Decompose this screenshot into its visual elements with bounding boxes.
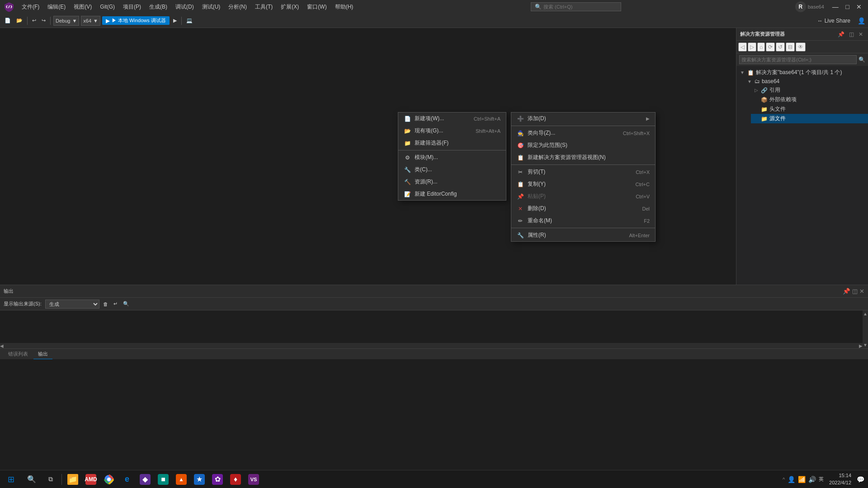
- refs-icon: 🔗: [761, 87, 768, 94]
- output-dock-button[interactable]: ◫: [852, 288, 858, 295]
- taskbar-app-8[interactable]: ▲: [172, 470, 190, 488]
- taskbar-app-9[interactable]: ★: [190, 470, 208, 488]
- tree-item-project[interactable]: ▼ 🗂 base64: [744, 77, 868, 85]
- menu-extend[interactable]: 扩展(X): [277, 1, 302, 13]
- taskbar-search-button[interactable]: 🔍: [22, 470, 42, 488]
- menu-view[interactable]: 视图(V): [70, 1, 95, 13]
- output-find-button[interactable]: 🔍: [121, 300, 131, 308]
- run-button[interactable]: ▶ ▶ 本地 Windows 调试器: [102, 16, 170, 25]
- ctx2-add[interactable]: ➕ 添加(D) ▶: [511, 113, 655, 125]
- menu-file[interactable]: 文件(F): [18, 1, 43, 13]
- tree-item-solution[interactable]: ▼ 📋 解决方案"base64"(1 个项目/共 1 个): [736, 68, 868, 77]
- menu-test[interactable]: 测试(U): [198, 1, 224, 13]
- ctx-new-filter-left: 📁 新建筛选器(F): [404, 139, 448, 147]
- horizontal-scrollbar[interactable]: ◀ ▶: [0, 343, 863, 348]
- ctx2-scope[interactable]: 🎯 限定为此范围(S): [511, 139, 655, 151]
- output-scrollbar[interactable]: ▲ ▼: [863, 310, 868, 348]
- ctx2-rename[interactable]: ✏ 重命名(M) F2: [511, 215, 655, 227]
- taskbar-app-10[interactable]: ✿: [208, 470, 226, 488]
- menu-git[interactable]: Git(G): [96, 2, 118, 12]
- ctx2-delete[interactable]: ✕ 删除(D) Del: [511, 202, 655, 215]
- main-search-input[interactable]: [543, 4, 617, 9]
- panel-dock-button[interactable]: ◫: [848, 31, 855, 38]
- minimize-button[interactable]: —: [830, 2, 841, 11]
- vs-icon: VS: [248, 474, 259, 485]
- tab-output[interactable]: 输出: [33, 349, 52, 359]
- tree-item-sources[interactable]: 📁 源文件: [751, 114, 868, 123]
- menu-project[interactable]: 项目(P): [119, 1, 145, 13]
- output-source-select[interactable]: 生成: [45, 300, 99, 309]
- taskbar-app-vs[interactable]: VS: [245, 470, 263, 488]
- tree-item-headers[interactable]: 📁 头文件: [751, 104, 868, 114]
- ctx-class[interactable]: 🔧 类(C)...: [398, 164, 506, 176]
- debug-config-dropdown[interactable]: Debug ▼: [53, 16, 79, 26]
- ctx2-new-view[interactable]: 📋 新建解决方案资源管理器视图(N): [511, 151, 655, 164]
- output-wrap-button[interactable]: ↵: [112, 300, 119, 308]
- menu-window[interactable]: 窗口(W): [303, 1, 330, 13]
- ctx2-copy[interactable]: 📋 复制(Y) Ctrl+C: [511, 178, 655, 190]
- sol-nav-back[interactable]: ◁: [738, 42, 747, 52]
- ctx-editorconfig[interactable]: 📝 新建 EditorConfig: [398, 188, 506, 200]
- taskbar-app-chrome[interactable]: [100, 470, 118, 488]
- scroll-right-arrow[interactable]: ▶: [859, 343, 863, 348]
- menu-edit[interactable]: 编辑(E): [44, 1, 69, 13]
- arch-dropdown[interactable]: x64 ▼: [81, 16, 100, 26]
- taskbar-app-explorer[interactable]: 📁: [64, 470, 82, 488]
- taskbar-app-edge[interactable]: e: [118, 470, 136, 488]
- output-close-button[interactable]: ✕: [859, 288, 864, 295]
- sol-collapse-button[interactable]: ⊟: [786, 42, 795, 52]
- ctx2-cut[interactable]: ✂ 剪切(T) Ctrl+X: [511, 166, 655, 178]
- redo-button[interactable]: ↪: [40, 17, 47, 24]
- menu-build[interactable]: 生成(B): [146, 1, 171, 13]
- solution-icon: 📋: [747, 70, 754, 76]
- menu-tools[interactable]: 工具(T): [251, 1, 276, 13]
- sol-sync-button[interactable]: ⟳: [766, 42, 775, 52]
- ctx-module[interactable]: ⚙ 模块(M)...: [398, 151, 506, 164]
- sol-nav-home[interactable]: ⌂: [757, 42, 765, 52]
- output-toolbar: 显示输出来源(S): 生成 🗑 ↵ 🔍: [0, 298, 868, 310]
- open-button[interactable]: 📂: [14, 17, 24, 24]
- panel-close-button[interactable]: ✕: [857, 31, 864, 38]
- ctx2-class-wizard[interactable]: 🧙 类向导(Z)... Ctrl+Shift+X: [511, 127, 655, 139]
- output-pin-button[interactable]: 📌: [843, 288, 850, 295]
- live-share-button[interactable]: ↔ Live Share: [814, 16, 854, 26]
- tree-item-external[interactable]: 📦 外部依赖项: [751, 95, 868, 104]
- scroll-down-arrow[interactable]: ▼: [862, 342, 868, 348]
- taskbar-app-7[interactable]: ■: [154, 470, 172, 488]
- scroll-up-arrow[interactable]: ▲: [862, 310, 868, 317]
- ctx-new-filter[interactable]: 📁 新建筛选器(F): [398, 137, 506, 149]
- sol-refresh-button[interactable]: ↺: [776, 42, 785, 52]
- taskbar-app-amd[interactable]: AMD: [82, 470, 100, 488]
- menu-help[interactable]: 帮助(H): [331, 1, 357, 13]
- account-button[interactable]: 👤: [858, 17, 865, 24]
- ctx-resource[interactable]: 🔨 资源(R)...: [398, 176, 506, 188]
- close-button[interactable]: ✕: [854, 2, 864, 11]
- sol-show-all-button[interactable]: 👁: [796, 42, 806, 52]
- clock-area[interactable]: 15:14 2022/4/12: [826, 472, 854, 486]
- panel-pin-button[interactable]: 📌: [836, 31, 846, 38]
- ctx2-properties[interactable]: 🔧 属性(R) Alt+Enter: [511, 229, 655, 241]
- solution-panel-titlebar: 解决方案资源管理器 📌 ◫ ✕: [736, 28, 868, 41]
- tree-item-refs[interactable]: ▷ 🔗 引用: [751, 85, 868, 95]
- menu-debug[interactable]: 调试(D): [172, 1, 198, 13]
- task-view-button[interactable]: ⧉: [42, 470, 60, 488]
- device-button[interactable]: 💻: [184, 17, 194, 24]
- solution-search-input[interactable]: [739, 55, 857, 64]
- sol-nav-fwd[interactable]: ▷: [748, 42, 756, 52]
- output-clear-button[interactable]: 🗑: [101, 300, 110, 308]
- ctx-existing-item[interactable]: 📂 现有项(G)... Shift+Alt+A: [398, 125, 506, 137]
- start-button[interactable]: ⊞: [0, 470, 22, 488]
- taskbar-app-11[interactable]: ♦: [226, 470, 245, 488]
- new-button[interactable]: 📄: [3, 17, 13, 24]
- undo-button[interactable]: ↩: [30, 17, 38, 24]
- attach-button[interactable]: ▶: [171, 17, 179, 24]
- tab-error-list[interactable]: 错误列表: [4, 349, 33, 359]
- taskbar-app-6[interactable]: ◆: [136, 470, 154, 488]
- ctx-new-item[interactable]: 📄 新建项(W)... Ctrl+Shift+A: [398, 113, 506, 125]
- scroll-left-arrow[interactable]: ◀: [0, 343, 4, 348]
- notification-button[interactable]: 💬: [857, 476, 864, 483]
- app6-icon: ◆: [140, 474, 151, 485]
- maximize-button[interactable]: □: [843, 2, 852, 11]
- tray-expand-button[interactable]: ^: [783, 477, 785, 482]
- menu-analyze[interactable]: 分析(N): [225, 1, 250, 13]
